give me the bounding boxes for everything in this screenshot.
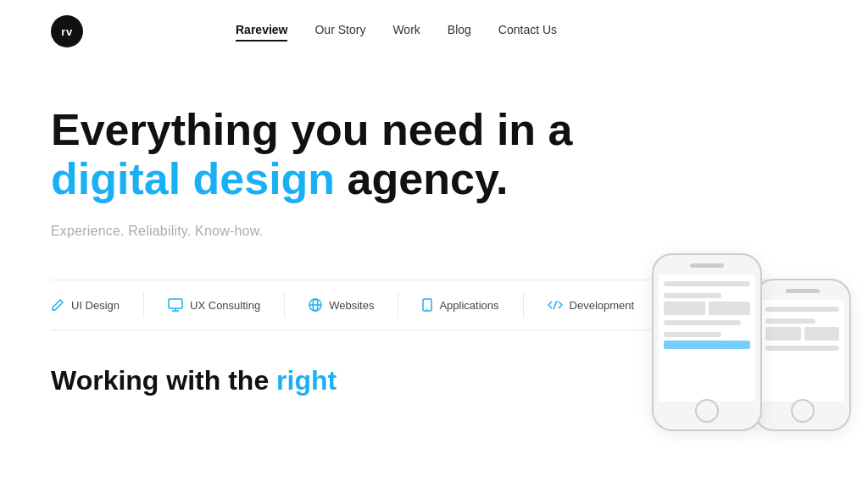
screen-bar-s2 (765, 319, 815, 324)
nav-link-work[interactable]: Work (392, 23, 420, 40)
svg-rect-0 (169, 299, 182, 308)
phone-large (652, 253, 762, 431)
home-button-small (791, 399, 815, 423)
site-header: rv RareviewOur StoryWorkBlogContact Us (0, 0, 868, 63)
service-divider (523, 292, 524, 318)
screen-bar (664, 281, 750, 286)
home-button-large (695, 399, 719, 423)
screen-bar-med (664, 320, 741, 325)
tablet-icon (422, 298, 432, 312)
hero-headline-part2: agency. (335, 154, 508, 203)
service-divider (284, 292, 285, 318)
bottom-section: Working with the right (0, 330, 868, 396)
screen-box-s1 (765, 327, 801, 341)
phone-small (754, 279, 851, 431)
screen-bar-s1 (765, 307, 839, 312)
globe-icon (309, 298, 322, 312)
hero-headline-highlight: digital design (51, 154, 335, 203)
screen-bar-short2 (664, 332, 721, 337)
pencil-icon (51, 298, 64, 312)
svg-line-8 (554, 301, 557, 309)
main-content: Everything you need in a digital design … (0, 63, 868, 397)
service-label: Applications (439, 299, 498, 312)
nav-link-our-story[interactable]: Our Story (314, 23, 365, 40)
nav-link-contact-us[interactable]: Contact Us (498, 23, 557, 40)
screen-box-blue (664, 341, 750, 349)
bottom-headline-part1: Working with the (51, 365, 276, 396)
service-item-ui-design[interactable]: UI Design (51, 298, 143, 312)
service-label: UI Design (71, 299, 120, 312)
service-item-websites[interactable]: Websites (309, 298, 398, 312)
nav-link-blog[interactable]: Blog (448, 23, 471, 40)
screen-row (664, 302, 750, 315)
monitor-icon (168, 298, 183, 312)
screen-box (709, 302, 750, 315)
logo-text: rv (61, 25, 72, 38)
phone-speaker-small (786, 289, 820, 293)
phone-screen-large (659, 274, 755, 402)
service-divider (143, 292, 144, 318)
service-label: Development (570, 299, 635, 312)
service-item-development[interactable]: Development (548, 299, 659, 312)
screen-box (664, 302, 705, 315)
hero-subtext: Experience. Reliability. Know-how. (51, 224, 817, 239)
phone-screen-small (760, 300, 844, 402)
hero-headline-part1: Everything you need in a (51, 105, 572, 154)
phone-mockup (652, 253, 851, 431)
service-label: Websites (329, 299, 374, 312)
service-label: UX Consulting (190, 299, 260, 312)
bottom-headline-highlight: right (276, 365, 337, 396)
screen-bar-short (664, 293, 721, 298)
screen-row2 (664, 341, 750, 349)
logo[interactable]: rv (51, 15, 83, 47)
service-item-ux-consulting[interactable]: UX Consulting (168, 298, 284, 312)
nav-link-rareview[interactable]: Rareview (236, 23, 287, 40)
screen-bar-s3 (765, 346, 839, 351)
screen-row-s (765, 327, 839, 341)
phone-speaker (690, 263, 724, 268)
hero-headline: Everything you need in a digital design … (51, 105, 644, 203)
main-nav: RareviewOur StoryWorkBlogContact Us (236, 23, 557, 40)
screen-box-s2 (804, 327, 840, 341)
service-item-applications[interactable]: Applications (422, 298, 522, 312)
service-divider (398, 292, 398, 318)
code-icon (548, 299, 563, 311)
